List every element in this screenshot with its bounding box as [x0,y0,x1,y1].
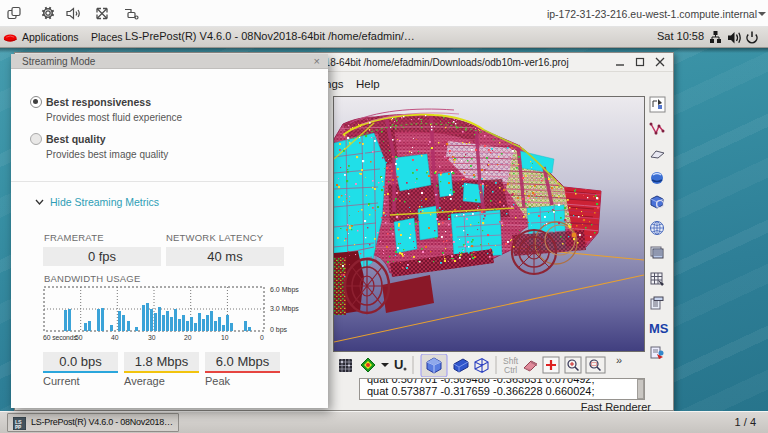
svg-text:»: » [616,354,622,366]
svg-text:U: U [394,357,403,372]
svg-text:PP: PP [15,424,22,430]
svg-text:MS: MS [649,321,669,336]
svg-text:Ctrl: Ctrl [504,365,517,375]
